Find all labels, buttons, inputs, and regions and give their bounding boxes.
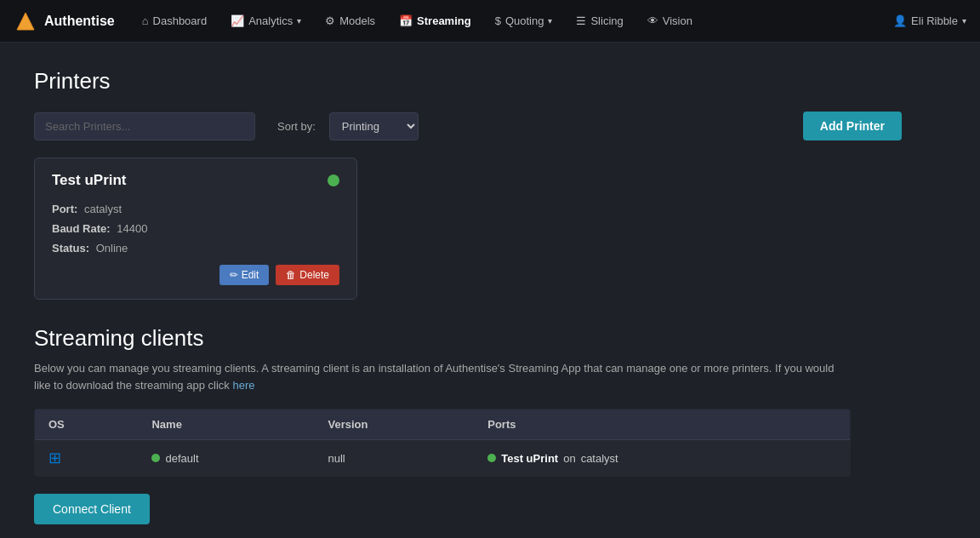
windows-icon: ⊞	[48, 449, 61, 466]
download-link[interactable]: here	[232, 379, 254, 392]
user-icon: 👤	[893, 14, 907, 27]
quoting-dropdown-arrow: ▾	[548, 16, 552, 26]
col-os: OS	[35, 409, 139, 440]
table-row: ⊞ default null Test uPrint on catalyst	[35, 440, 851, 477]
nav-item-dashboard[interactable]: ⌂ Dashboard	[132, 9, 217, 32]
delete-button[interactable]: 🗑 Delete	[276, 265, 339, 285]
col-version: Version	[314, 409, 474, 440]
printer-actions: ✏ Edit 🗑 Delete	[52, 265, 339, 285]
brand-name: Authentise	[44, 14, 115, 29]
printer-card-header: Test uPrint	[52, 172, 339, 189]
col-ports: Ports	[474, 409, 850, 440]
clients-table: OS Name Version Ports ⊞ default null	[34, 409, 851, 477]
nav-item-models[interactable]: ⚙ Models	[315, 9, 385, 32]
printer-port: Port: catalyst	[52, 203, 339, 215]
dashboard-icon: ⌂	[142, 14, 149, 27]
sort-label: Sort by:	[277, 120, 316, 133]
port-online-dot	[487, 454, 496, 462]
nav-item-slicing[interactable]: ☰ Slicing	[566, 9, 633, 32]
pencil-icon: ✏	[230, 269, 238, 281]
printer-status-dot	[328, 175, 339, 186]
printer-name: Test uPrint	[52, 172, 127, 189]
brand-logo	[14, 9, 37, 33]
quoting-icon: $	[495, 14, 501, 27]
cell-os: ⊞	[35, 440, 139, 477]
col-name: Name	[138, 409, 314, 440]
printer-card: Test uPrint Port: catalyst Baud Rate: 14…	[34, 157, 357, 300]
clients-table-header: OS Name Version Ports	[35, 409, 851, 440]
models-icon: ⚙	[325, 14, 335, 27]
nav-item-quoting[interactable]: $ Quoting ▾	[485, 9, 563, 32]
search-input[interactable]	[34, 112, 255, 140]
printers-title: Printers	[34, 68, 902, 94]
svg-marker-0	[17, 13, 34, 30]
trash-icon: 🗑	[286, 269, 296, 281]
streaming-icon: 📅	[399, 14, 413, 27]
main-content: Printers Sort by: Printing Name Status A…	[0, 43, 936, 538]
cell-ports: Test uPrint on catalyst	[474, 440, 850, 477]
brand[interactable]: Authentise	[14, 9, 115, 33]
vision-icon: 👁	[647, 14, 658, 27]
streaming-clients-title: Streaming clients	[34, 325, 902, 352]
client-online-dot	[151, 454, 160, 462]
edit-button[interactable]: ✏ Edit	[219, 265, 270, 285]
streaming-clients-desc: Below you can manage you streaming clien…	[34, 360, 851, 393]
slicing-icon: ☰	[576, 14, 586, 27]
cell-name: default	[138, 440, 314, 477]
printer-status: Status: Online	[52, 242, 339, 255]
add-printer-button[interactable]: Add Printer	[803, 112, 902, 140]
nav-items: ⌂ Dashboard 📈 Analytics ▾ ⚙ Models 📅 Str…	[132, 9, 893, 32]
nav-item-analytics[interactable]: 📈 Analytics ▾	[220, 9, 311, 32]
connect-client-button[interactable]: Connect Client	[34, 494, 150, 524]
nav-item-streaming[interactable]: 📅 Streaming	[389, 9, 481, 32]
sort-select[interactable]: Printing Name Status	[329, 112, 419, 140]
printer-baud: Baud Rate: 14400	[52, 222, 339, 235]
cell-version: null	[314, 440, 474, 477]
user-dropdown-arrow: ▾	[962, 16, 966, 26]
analytics-icon: 📈	[231, 14, 244, 27]
nav-item-vision[interactable]: 👁 Vision	[637, 9, 703, 32]
navbar: Authentise ⌂ Dashboard 📈 Analytics ▾ ⚙ M…	[0, 0, 980, 43]
analytics-dropdown-arrow: ▾	[297, 16, 301, 26]
user-menu[interactable]: 👤 Eli Ribble ▾	[893, 14, 966, 27]
printers-toolbar: Sort by: Printing Name Status Add Printe…	[34, 112, 902, 140]
